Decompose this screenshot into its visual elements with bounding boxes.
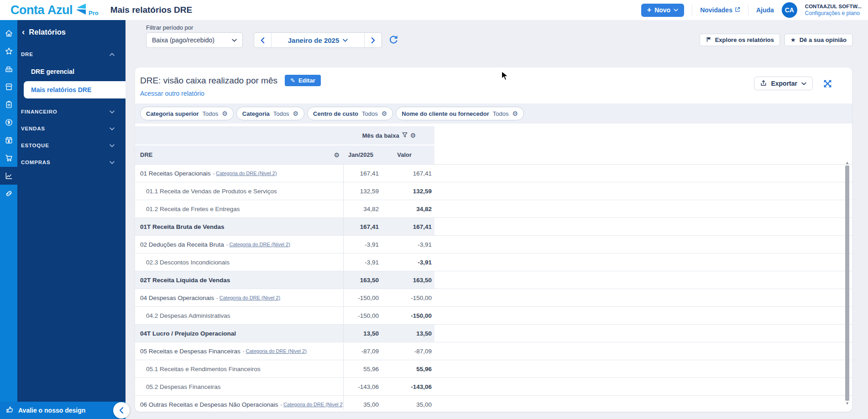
chip-value: Todos xyxy=(493,110,509,117)
home-icon[interactable] xyxy=(0,25,17,42)
reports-menu-title: Relatórios xyxy=(29,28,66,36)
table-row: 02T Receita Líquida de Vendas163,50163,5… xyxy=(135,271,852,289)
give-opinion-button[interactable]: ★ Dê a sua opinião xyxy=(784,34,852,46)
gear-icon[interactable]: ⚙ xyxy=(334,152,340,158)
valor-value: 34,82 xyxy=(382,200,434,217)
category-level-link[interactable]: Categoria do DRE (Nivel 2) xyxy=(220,295,280,300)
novo-button[interactable]: + Novo xyxy=(641,4,684,17)
finance-coin-icon[interactable] xyxy=(0,114,17,131)
category-level-link[interactable]: Categoria do DRE (Nivel 2) xyxy=(216,171,277,176)
logo-pro-label: Pro xyxy=(89,10,99,16)
edit-button-label: Editar xyxy=(298,77,315,84)
filter-chip-categoria-superior[interactable]: Categoria superior Todos ⚙ xyxy=(140,107,234,120)
fullscreen-expand-icon[interactable] xyxy=(823,79,832,88)
chevron-down-icon xyxy=(110,127,115,130)
sidebar-section-financeiro[interactable]: FINANCEIRO xyxy=(17,106,125,118)
export-button[interactable]: Exportar xyxy=(754,77,813,90)
vertical-scrollbar[interactable]: ▲ ▼ xyxy=(845,160,850,406)
table-row: 01T Receita Bruta de Vendas167,41167,41 xyxy=(135,218,852,236)
filter-funnel-icon[interactable] xyxy=(402,132,408,139)
favorites-star-icon[interactable] xyxy=(0,42,17,60)
category-level-link[interactable]: Categoria do DRE (Nivel 2) xyxy=(230,242,290,247)
row-filler xyxy=(434,378,852,395)
account-menu[interactable]: CONTAAZUL SOFTW... Configurações e plano xyxy=(805,3,862,16)
table-row: 05.2 Despesas Financeiras-143,06-143,06 xyxy=(135,378,852,396)
table-row: 06 Outras Receitas e Despesas Não Operac… xyxy=(135,396,852,410)
column-header-jan2025: Jan/2025 xyxy=(344,145,382,164)
sidebar-collapse-button[interactable] xyxy=(113,402,130,419)
sidebar-item-dre-gerencial[interactable]: DRE gerencial xyxy=(17,64,125,79)
dre-table: Mês da baixa ⚙ DRE ⚙ Jan/2025 Valor 01 R… xyxy=(135,126,852,410)
gear-icon[interactable]: ⚙ xyxy=(293,110,299,117)
sidebar-section-dre[interactable]: DRE xyxy=(17,48,125,60)
scroll-down-arrow-icon[interactable]: ▼ xyxy=(846,401,848,406)
table-row: 01 Receitas Operacionais-Categoria do DR… xyxy=(135,165,852,182)
account-avatar[interactable]: CA xyxy=(782,2,797,18)
gear-icon[interactable]: ⚙ xyxy=(410,132,416,139)
store-icon[interactable] xyxy=(0,78,17,96)
valor-value: -150,00 xyxy=(382,307,434,324)
report-card-controls: Exportar xyxy=(754,77,832,90)
clipboard-icon[interactable] xyxy=(0,96,17,114)
filter-chip-centro-de-custo[interactable]: Centro de custo Todos ⚙ xyxy=(307,107,393,120)
other-report-link[interactable]: Acessar outro relatório xyxy=(140,90,204,97)
contaazul-logo[interactable]: Conta Azul Pro xyxy=(10,3,99,17)
integrations-link-icon[interactable] xyxy=(0,185,17,202)
scrollbar-thumb[interactable] xyxy=(845,166,849,401)
jan-2025-value: 167,41 xyxy=(344,165,382,182)
filter-chip-categoria[interactable]: Categoria Todos ⚙ xyxy=(236,107,304,120)
section-label: DRE xyxy=(21,52,33,57)
contaazul-logo-mark-icon xyxy=(75,3,87,17)
chevron-down-icon xyxy=(110,144,115,147)
row-label: 06 Outras Receitas e Despesas Não Operac… xyxy=(140,401,278,408)
sidebar-section-estoque[interactable]: ESTOQUE xyxy=(17,140,125,151)
export-icon xyxy=(760,80,767,88)
section-label: FINANCEIRO xyxy=(21,109,58,114)
dash-separator: - xyxy=(213,171,215,176)
chevron-down-icon xyxy=(801,82,806,85)
dre-table-body: 01 Receitas Operacionais-Categoria do DR… xyxy=(135,165,852,410)
valor-value: 163,50 xyxy=(382,271,434,289)
purchases-cart-icon[interactable] xyxy=(0,149,17,167)
reports-chart-icon[interactable] xyxy=(0,167,17,185)
gear-icon[interactable]: ⚙ xyxy=(512,110,518,117)
row-filler xyxy=(434,325,852,342)
explore-reports-button[interactable]: Explore os relatórios xyxy=(700,34,780,46)
novo-button-label: Novo xyxy=(654,6,670,14)
filter-chip-cliente-fornecedor[interactable]: Nome do cliente ou fornecedor Todos ⚙ xyxy=(396,107,524,120)
gear-icon[interactable]: ⚙ xyxy=(222,110,228,117)
scroll-up-arrow-icon[interactable]: ▲ xyxy=(846,160,848,165)
sidebar-section-compras[interactable]: COMPRAS xyxy=(17,156,125,168)
month-selector[interactable]: Janeiro de 2025 xyxy=(272,33,364,47)
reports-back-button[interactable]: ‹ Relatórios xyxy=(17,26,125,37)
jan-2025-value: 35,00 xyxy=(344,396,382,410)
sidebar-item-mais-relatorios-dre[interactable]: Mais relatórios DRE xyxy=(24,81,125,98)
period-type-select[interactable]: Baixa (pago/recebido) xyxy=(146,32,243,48)
design-feedback-label: Avalie o nosso design xyxy=(18,407,85,414)
category-level-link[interactable]: Categoria do DRE (Nivel 2) xyxy=(283,402,344,407)
row-label: 05 Receitas e Despesas Financeiras xyxy=(140,348,241,355)
billing-calendar-icon[interactable] xyxy=(0,131,17,149)
jan-2025-value: -87,09 xyxy=(344,342,382,360)
category-level-link[interactable]: Categoria do DRE (Nivel 2) xyxy=(246,348,307,354)
cash-register-icon[interactable] xyxy=(0,60,17,78)
jan-2025-value: -150,00 xyxy=(344,307,382,324)
row-label: 01T Receita Bruta de Vendas xyxy=(140,223,225,230)
row-filler xyxy=(434,396,852,410)
thumbs-up-icon xyxy=(6,406,14,415)
period-filter-label: Filtrar período por xyxy=(146,24,193,31)
sidebar-section-vendas[interactable]: VENDAS xyxy=(17,123,125,134)
chevron-down-icon xyxy=(232,39,237,42)
refresh-icon[interactable] xyxy=(389,35,399,45)
next-month-button[interactable] xyxy=(364,33,382,47)
edit-button[interactable]: ✎ Editar xyxy=(285,75,321,86)
section-label: VENDAS xyxy=(21,126,45,131)
ajuda-link[interactable]: Ajuda xyxy=(756,6,774,14)
gear-icon[interactable]: ⚙ xyxy=(382,110,387,117)
row-filler xyxy=(434,182,852,200)
novidades-link[interactable]: Novidades xyxy=(700,6,740,14)
plus-icon: + xyxy=(647,6,651,14)
previous-month-button[interactable] xyxy=(254,33,272,47)
design-feedback-button[interactable]: Avalie o nosso design xyxy=(0,402,125,419)
account-settings-link[interactable]: Configurações e plano xyxy=(805,10,862,17)
